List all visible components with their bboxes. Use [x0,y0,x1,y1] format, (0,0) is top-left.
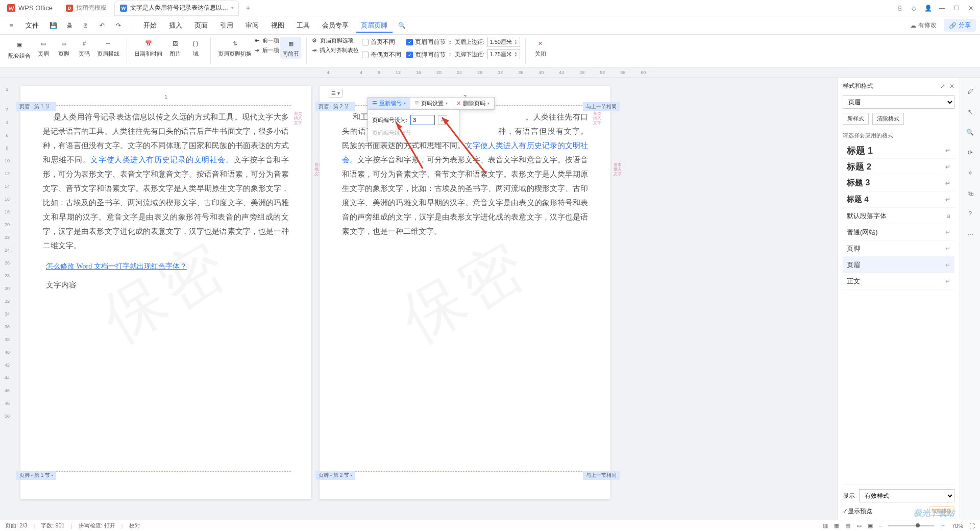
proofing-status[interactable]: 校对 [129,522,140,529]
zoom-in-button[interactable]: ＋ [940,522,946,529]
save-icon[interactable]: 💾 [47,19,59,32]
spellcheck-status[interactable]: 拼写检查: 打开 [79,522,115,529]
redo-icon[interactable]: ↷ [112,19,125,32]
close-headerfooter-button[interactable]: ✕关闭 [531,37,550,59]
confirm-button[interactable]: ✓ [438,115,447,125]
style-footer[interactable]: 页脚↵ [843,240,954,257]
cube-icon[interactable]: ◇ [906,1,921,15]
side-select-icon[interactable]: ↖ [965,106,976,117]
side-help-icon[interactable]: ? [965,208,976,220]
page-indicator[interactable]: 页面: 2/3 [5,522,27,529]
continue-prev-option[interactable]: 页码编号续前节 [371,127,456,139]
new-style-button[interactable]: 新样式 [843,113,869,125]
style-heading4[interactable]: 标题 4↵ [843,191,954,208]
print-icon[interactable]: 🖶 [63,19,76,32]
file-menu[interactable]: 文件 [20,18,44,33]
document-area[interactable]: 保密 页眉 - 第 1 节 - 1 首页插入 文字 是人类用符号记录表达信息以传… [14,78,837,520]
page1-footer[interactable]: 页脚 - 第 1 节 - [41,471,291,494]
style-header[interactable]: 页眉↵ [843,257,954,273]
renumber-button[interactable]: ☰ 重新编号▾ [368,98,410,109]
add-tab-button[interactable]: ＋ [242,2,254,15]
page2-footer[interactable]: 页脚 - 第 2 节 - 与上一节相同 [340,471,590,494]
prev-label[interactable]: 前一项 [262,37,279,44]
combo-button[interactable]: ▣配套组合 [6,37,33,61]
renumber-input[interactable] [410,115,435,125]
page1-header[interactable]: 页眉 - 第 1 节 - 1 首页插入 文字 [41,91,291,106]
zoom-out-button[interactable]: − [879,523,882,529]
preview-checkbox[interactable]: ✓显示预览 [843,507,872,516]
side-history-icon[interactable]: ⟳ [965,147,976,158]
share-button[interactable]: 🔗 分享 [944,19,976,32]
view-printlayout-icon[interactable]: ▥ [823,522,828,529]
tab-templates[interactable]: D 找稻壳模板 [61,1,112,15]
menu-icon[interactable]: ⎘ [892,1,906,15]
undo-icon[interactable]: ↶ [96,19,108,32]
style-heading1[interactable]: 标题 1↵ [843,142,954,159]
view-readmode-icon[interactable]: ▦ [834,522,839,529]
align-label[interactable]: 插入对齐制表位 [320,46,359,54]
side-search-icon[interactable]: 🔍 [965,127,976,138]
style-body[interactable]: 正文↵ [843,273,954,289]
side-tools-icon[interactable]: ✧ [965,167,976,179]
close-button[interactable]: ✕ [964,1,978,15]
user-avatar[interactable]: 👤 [921,1,935,15]
fullscreen-icon[interactable]: ⛶ [969,523,975,529]
menu-tools[interactable]: 工具 [291,18,315,33]
tab-document[interactable]: W 文字是人类用符号记录表达信息以… ▾ [115,1,238,15]
chk-header-same[interactable]: ✓页眉同前节 [404,37,448,47]
show-select[interactable]: 有效样式 [859,489,954,502]
clear-format-button[interactable]: 清除格式 [872,113,904,125]
menu-insert[interactable]: 插入 [164,18,187,33]
page1-link[interactable]: 怎么修改 Word 文档一打字就出现红色字体？ [20,257,311,276]
next-label[interactable]: 后一项 [262,46,279,54]
style-heading3[interactable]: 标题 3↵ [843,175,954,191]
delete-pagenum-button[interactable]: ✕ 删除页码▾ [452,98,494,109]
hamburger-icon[interactable]: ≡ [5,19,17,32]
minimize-button[interactable]: — [935,1,949,15]
style-heading2[interactable]: 标题 2↵ [843,159,954,175]
view-web-icon[interactable]: ▭ [856,522,862,529]
side-shop-icon[interactable]: 🛍 [965,188,976,199]
menu-headerfooter[interactable]: 页眉页脚 [356,18,393,33]
header-button[interactable]: ▭页眉 [34,37,53,59]
chk-footer-same[interactable]: ✓页脚同前节 [404,50,448,60]
footer-bot-input[interactable]: 1.75厘米▲▼ [487,49,520,59]
menu-page[interactable]: 页面 [189,18,213,33]
close-panel-icon[interactable]: ✕ [949,83,954,90]
field-button[interactable]: { }域 [186,37,205,59]
search-icon[interactable]: 🔍 [396,19,408,32]
datetime-button[interactable]: 📅日期和时间 [132,37,164,59]
options-icon[interactable]: ⚙ [312,37,317,44]
view-outline-icon[interactable]: ▤ [845,522,850,529]
view-focus-icon[interactable]: ▣ [868,522,873,529]
style-normal-web[interactable]: 普通(网站)↵ [843,224,954,240]
side-more-icon[interactable]: ⋯ [965,229,976,240]
switch-button[interactable]: ⇅页眉页脚切换 [216,37,254,59]
menu-reference[interactable]: 引用 [215,18,238,33]
style-default-font[interactable]: 默认段落字体a [843,208,954,224]
footer-button[interactable]: ▭页脚 [54,37,74,59]
preview-icon[interactable]: 🗎 [80,19,92,32]
pin-icon[interactable]: ⤢ [940,83,945,90]
pagenum-button[interactable]: #页码 [75,37,94,59]
menu-member[interactable]: 会员专享 [317,18,354,33]
maximize-button[interactable]: ☐ [949,1,964,15]
menu-start[interactable]: 开始 [138,18,162,33]
samesection-button[interactable]: ▦同前节 [280,37,301,59]
side-style-icon[interactable]: 🖊 [965,86,976,97]
headerline-button[interactable]: ─页眉横线 [95,37,121,59]
zoom-slider[interactable] [888,525,934,526]
chk-oddeven-different[interactable]: 奇偶页不同 [360,50,403,60]
word-count[interactable]: 字数: 901 [41,522,64,529]
next-icon[interactable]: ⇥ [255,47,259,54]
menu-review[interactable]: 审阅 [240,18,264,33]
menu-view[interactable]: 视图 [266,18,289,33]
prev-icon[interactable]: ⇤ [255,37,259,44]
align-icon[interactable]: ⇥ [312,47,316,54]
picture-button[interactable]: 🖼图片 [165,37,185,59]
zoom-level[interactable]: 70% [952,523,963,529]
header-top-input[interactable]: 1.50厘米▲▼ [487,37,520,47]
pagenum-settings-button[interactable]: ≣ 页码设置▾ [410,98,452,109]
current-style-select[interactable]: 页眉 [843,95,954,109]
chk-firstpage-different[interactable]: 首页不同 [360,37,403,47]
